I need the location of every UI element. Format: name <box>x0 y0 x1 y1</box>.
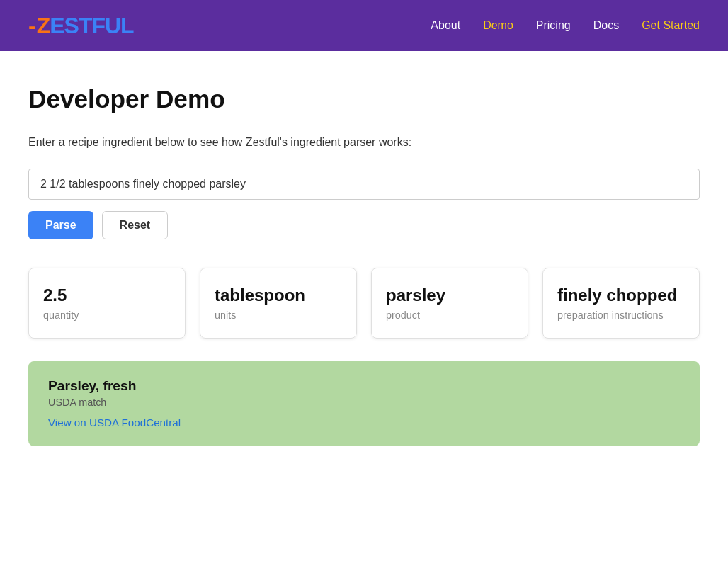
usda-match-box: Parsley, fresh USDA match View on USDA F… <box>28 361 700 446</box>
page-title: Developer Demo <box>28 85 700 113</box>
logo-dash: - <box>28 13 35 38</box>
card-preparation-label: preparation instructions <box>557 310 685 321</box>
logo: -ZESTFUL <box>28 13 134 39</box>
card-units: tablespoon units <box>200 268 357 339</box>
parse-button[interactable]: Parse <box>28 211 93 239</box>
nav-link-about[interactable]: About <box>431 19 460 31</box>
nav-item-demo[interactable]: Demo <box>483 19 513 32</box>
logo-stful: STFUL <box>64 13 134 38</box>
main-content: Developer Demo Enter a recipe ingredient… <box>0 51 728 480</box>
page-description: Enter a recipe ingredient below to see h… <box>28 136 700 149</box>
card-quantity-label: quantity <box>43 310 171 321</box>
card-product-value: parsley <box>386 285 513 305</box>
usda-link[interactable]: View on USDA FoodCentral <box>48 416 181 429</box>
card-quantity: 2.5 quantity <box>28 268 186 339</box>
usda-title: Parsley, fresh <box>48 378 680 394</box>
nav-link-pricing[interactable]: Pricing <box>536 19 571 31</box>
nav-link-get-started[interactable]: Get Started <box>642 19 700 31</box>
nav-item-get-started[interactable]: Get Started <box>642 19 700 32</box>
logo-e: E <box>50 13 64 38</box>
nav-links: About Demo Pricing Docs Get Started <box>431 19 700 32</box>
button-row: Parse Reset <box>28 211 700 239</box>
card-product-label: product <box>386 310 513 321</box>
result-cards: 2.5 quantity tablespoon units parsley pr… <box>28 268 700 339</box>
card-preparation: finely chopped preparation instructions <box>542 268 700 339</box>
card-quantity-value: 2.5 <box>43 285 171 305</box>
nav-item-about[interactable]: About <box>431 19 460 32</box>
nav-item-pricing[interactable]: Pricing <box>536 19 571 32</box>
navbar: -ZESTFUL About Demo Pricing Docs Get Sta… <box>0 0 728 51</box>
nav-link-docs[interactable]: Docs <box>593 19 619 31</box>
nav-link-demo[interactable]: Demo <box>483 19 513 31</box>
reset-button[interactable]: Reset <box>102 211 169 239</box>
nav-item-docs[interactable]: Docs <box>593 19 619 32</box>
card-preparation-value: finely chopped <box>557 285 685 305</box>
card-product: parsley product <box>371 268 528 339</box>
card-units-value: tablespoon <box>215 285 342 305</box>
ingredient-input[interactable] <box>28 169 700 200</box>
usda-subtitle: USDA match <box>48 397 680 408</box>
card-units-label: units <box>215 310 342 321</box>
logo-z: Z <box>37 13 50 38</box>
